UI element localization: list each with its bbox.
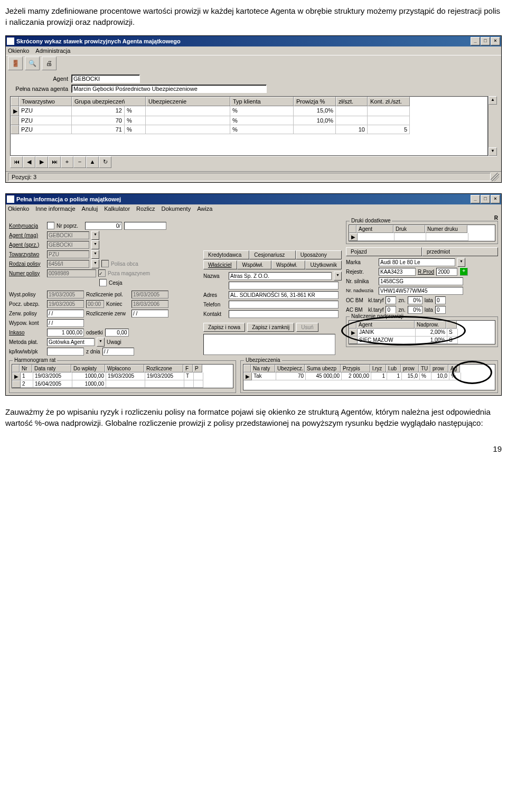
wypow-kont-field[interactable]: / / xyxy=(47,319,84,327)
nr-poprz-field[interactable]: 0/ xyxy=(85,222,122,230)
agent-mag-field[interactable]: GEBOCKI xyxy=(47,231,89,239)
nav-last[interactable]: ⏭ xyxy=(48,156,61,168)
col-towarzystwo[interactable]: Towarzystwo xyxy=(19,97,72,106)
rodzaj-polisy-field[interactable]: 6456/I xyxy=(47,260,89,268)
menu-awiza[interactable]: Awiza xyxy=(197,206,212,212)
koniec-field[interactable]: 18/03/2006 xyxy=(132,300,168,308)
grid-row[interactable]: 2 16/04/2005 1000,00 xyxy=(12,380,233,388)
menu-rozlicz[interactable]: Rozlicz xyxy=(136,206,155,212)
nr-poprz-field2[interactable] xyxy=(124,222,166,230)
metoda-plat-field[interactable]: Gotówka Agent xyxy=(47,338,95,346)
vertical-scrollbar[interactable]: ▲ ▼ xyxy=(488,96,497,156)
tab-cesjonariusz[interactable]: Cesjonariusz xyxy=(249,250,295,259)
agent-full-name-field[interactable]: Marcin Gębocki Pośrednictwo Ubezpieczeni… xyxy=(71,85,267,93)
tab-kredytodawca[interactable]: Kredytodawca xyxy=(203,250,249,259)
preview-button[interactable]: 🔍 xyxy=(25,57,40,70)
scroll-up-icon[interactable]: ▲ xyxy=(489,96,497,105)
delete-button[interactable]: Usuń xyxy=(296,323,318,332)
telefon-field[interactable] xyxy=(229,301,339,309)
dropdown-icon[interactable]: ▼ xyxy=(91,240,99,249)
nav-first[interactable]: ⏮ xyxy=(10,156,23,168)
titlebar[interactable]: Pełna informacja o polisie majątkowej _ … xyxy=(6,194,501,204)
nav-edit[interactable]: ▲ xyxy=(86,156,99,168)
rprod-field[interactable]: 2000 xyxy=(436,268,457,276)
col-prowizja[interactable]: Prowizja % xyxy=(294,97,336,106)
exit-button[interactable]: 🚪 xyxy=(8,57,23,70)
menu-administracja[interactable]: Administracja xyxy=(35,48,70,54)
uwagi-field[interactable] xyxy=(203,334,335,355)
dropdown-icon[interactable]: ▼ xyxy=(97,338,105,347)
col-typ-klienta[interactable]: Typ klienta xyxy=(230,97,294,106)
inkaso-field[interactable]: 1 000,00 xyxy=(47,329,84,337)
menu-dokumenty[interactable]: Dokumenty xyxy=(162,206,191,212)
tab-przedmiot[interactable]: przedmiot xyxy=(422,247,498,256)
agent-sprz-field[interactable]: GEBOCKI xyxy=(47,241,89,249)
grid-row[interactable]: ▶ JANIK 2,00% S xyxy=(349,329,495,337)
wyst-polisy-field[interactable]: 19/03/2005 xyxy=(47,291,84,298)
col-grupa[interactable]: Grupa ubezpieczeń xyxy=(72,97,146,106)
grid-row[interactable]: PZU 70 % % 10,0% xyxy=(11,116,487,125)
grid-row[interactable]: ▶ PZU 12 % % 15,0% xyxy=(11,106,487,116)
nav-remove[interactable]: − xyxy=(73,156,86,168)
menu-okienko[interactable]: Okienko xyxy=(8,48,29,54)
titlebar[interactable]: Skrócony wykaz stawek prowizyjnych Agent… xyxy=(6,36,501,46)
adres-field[interactable]: AL. SOLIDARNOŚCI 56, 31-861 KR xyxy=(229,291,339,299)
nazwa-field2[interactable] xyxy=(229,282,339,290)
rozl-pol-field[interactable]: 19/03/2005 xyxy=(132,291,168,298)
add-icon[interactable]: + xyxy=(459,267,468,276)
tab-uposazony[interactable]: Uposażony xyxy=(296,250,342,259)
nav-refresh[interactable]: ↻ xyxy=(99,156,111,168)
nazwa-field[interactable]: Atras Sp. Z O.O. xyxy=(229,272,332,280)
dropdown-icon[interactable]: ▼ xyxy=(91,259,99,268)
save-close-button[interactable]: Zapisz i zamknij xyxy=(247,323,294,332)
checkbox-cesja[interactable] xyxy=(99,279,107,286)
minimize-button[interactable]: _ xyxy=(471,37,480,45)
print-button[interactable]: 🖨 xyxy=(42,57,57,70)
grid-row[interactable]: PZU 71 % % 10 5 xyxy=(11,125,487,134)
maximize-button[interactable]: □ xyxy=(481,195,490,203)
grid-row[interactable]: SIEC MAZOW 1,00% S xyxy=(349,337,495,344)
kpkw-field[interactable] xyxy=(47,348,84,356)
ubezpieczenia-grid[interactable]: Na raty Ubezpiecz. Suma ubezp Przypis l.… xyxy=(243,364,495,390)
harmonogram-grid[interactable]: Nr Data raty Do wpłaty Wpłacono Rozliczo… xyxy=(12,364,233,388)
kontakt-field[interactable] xyxy=(229,310,339,318)
col-ubezpieczenie[interactable]: Ubezpieczenie xyxy=(146,97,230,106)
commission-grid[interactable]: Towarzystwo Grupa ubezpieczeń Ubezpiecze… xyxy=(10,96,488,156)
grid-row[interactable]: ▶ 1 19/03/2005 1000,00 19/03/2005 19/03/… xyxy=(12,372,233,380)
agent-code-field[interactable]: GEBOCKI xyxy=(71,74,140,83)
nav-prev[interactable]: ◀ xyxy=(23,156,35,168)
scroll-down-icon[interactable]: ▼ xyxy=(489,147,497,156)
nav-add[interactable]: + xyxy=(61,156,73,168)
dropdown-icon[interactable]: ▼ xyxy=(91,231,99,240)
col-kont[interactable]: Kont. zł./szt. xyxy=(368,97,410,106)
odsetki-field[interactable]: 0,00 xyxy=(105,329,129,337)
nr-nadwozia-field[interactable]: VHW14W577WM45 xyxy=(379,287,463,295)
close-button[interactable]: × xyxy=(491,37,500,45)
menu-kalkulator[interactable]: Kalkulator xyxy=(104,206,130,212)
rozl-zerw-field[interactable]: / / xyxy=(132,310,168,318)
menu-anuluj[interactable]: Anuluj xyxy=(82,206,98,212)
col-zlszt[interactable]: zł/szt. xyxy=(336,97,368,106)
dropdown-icon[interactable]: ▼ xyxy=(457,258,465,267)
resize-grip[interactable] xyxy=(491,173,499,181)
tab-wspolwl1[interactable]: Współwł. xyxy=(237,260,271,269)
nav-next[interactable]: ▶ xyxy=(35,156,48,168)
save-new-button[interactable]: Zapisz i nowa xyxy=(203,323,245,332)
pocz-ubezp-field[interactable]: 19/03/2005 xyxy=(47,300,84,308)
menu-inne[interactable]: Inne informacje xyxy=(35,206,75,212)
numer-polisy-field[interactable]: 0098989 xyxy=(47,269,96,277)
towarzystwo-field[interactable]: PZU xyxy=(47,250,89,258)
tab-wlasciciel[interactable]: Właściciel xyxy=(203,260,237,269)
grid-row[interactable]: ▶ Tak 70 45 000,00 2 000,00 1 1 15,0 % 1… xyxy=(243,372,495,380)
godz-field[interactable]: 00:00 xyxy=(86,300,104,308)
close-button[interactable]: × xyxy=(491,195,500,203)
tab-uzytkownik[interactable]: Użytkownik xyxy=(305,260,342,269)
marka-field[interactable]: Audi 80 Le 80 Le xyxy=(379,258,455,266)
dropdown-icon[interactable]: ▼ xyxy=(91,250,99,259)
menu-okienko[interactable]: Okienko xyxy=(8,206,29,212)
checkbox-kontynuacja[interactable] xyxy=(47,222,54,229)
dropdown-icon[interactable]: ▼ xyxy=(334,272,342,281)
nr-silnika-field[interactable]: 1458CSG xyxy=(379,277,463,285)
tab-pojazd[interactable]: Pojazd xyxy=(346,247,422,256)
maximize-button[interactable]: □ xyxy=(481,37,490,45)
